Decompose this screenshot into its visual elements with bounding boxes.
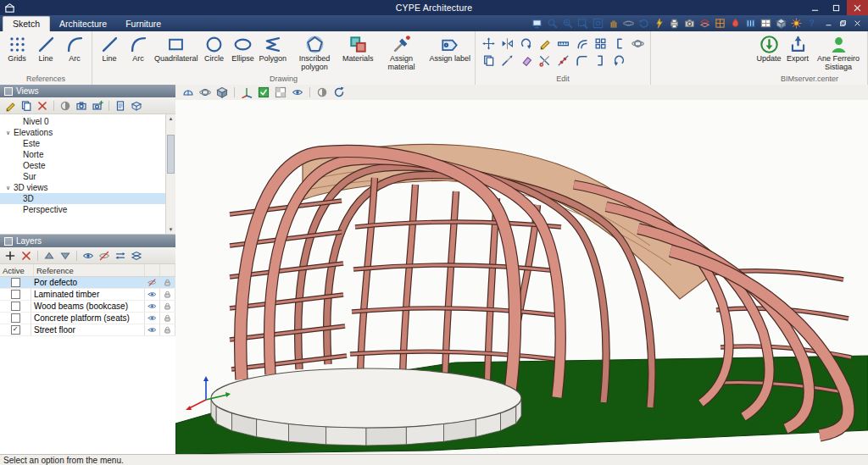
tree-expand-icon[interactable]: ∨ <box>4 185 12 191</box>
layer-lock[interactable] <box>163 302 172 311</box>
tri-up-icon[interactable] <box>42 248 57 263</box>
tree-item-este[interactable]: Este <box>0 138 165 149</box>
cube-icon[interactable] <box>214 86 230 100</box>
scroll-up-icon[interactable]: ▲ <box>169 114 174 123</box>
cube-icon[interactable] <box>774 17 787 30</box>
camera-icon[interactable] <box>74 98 89 113</box>
tree-item-3d-views[interactable]: ∨3D views <box>0 182 165 193</box>
close-button[interactable] <box>847 0 868 15</box>
edit-pencil-icon[interactable] <box>3 98 18 113</box>
tree-item-nivel-0[interactable]: Nivel 0 <box>0 116 165 127</box>
zoom-in-icon[interactable] <box>560 17 574 30</box>
views-tree-scrollbar[interactable]: ▲ ▼ <box>165 114 175 234</box>
shadow-icon[interactable] <box>58 98 73 113</box>
search-icon[interactable] <box>545 17 559 30</box>
eye-icon[interactable] <box>290 86 305 100</box>
minimize-small-icon[interactable] <box>821 17 835 30</box>
monitor-icon[interactable] <box>530 17 543 30</box>
ribbon-button-line[interactable]: Line <box>31 32 60 64</box>
refresh-icon[interactable] <box>331 86 347 100</box>
tree-item-sur[interactable]: Sur <box>0 171 165 182</box>
edit-trim-icon[interactable] <box>537 53 552 68</box>
grid-orange-icon[interactable] <box>713 17 726 30</box>
edit-orbit-icon[interactable] <box>630 36 645 51</box>
edit-move-icon[interactable] <box>481 36 496 51</box>
ribbon-button-quadrilateral[interactable]: Quadrilateral <box>153 32 200 64</box>
shadow-icon[interactable] <box>314 86 330 100</box>
layer-visibility-eye[interactable] <box>147 313 157 323</box>
tab-sketch[interactable]: Sketch <box>3 16 50 31</box>
tree-expand-icon[interactable]: ∨ <box>4 130 12 136</box>
ribbon-button-update[interactable]: Update <box>754 32 783 64</box>
scroll-down-icon[interactable]: ▼ <box>169 225 174 234</box>
window-split-icon[interactable] <box>759 17 772 30</box>
layer-visibility-eye[interactable] <box>147 290 157 299</box>
layer-visibility-eye[interactable] <box>147 325 157 335</box>
restore-small-icon[interactable] <box>836 17 849 30</box>
tree-item-perspective[interactable]: Perspective <box>0 204 165 215</box>
layers-red-icon[interactable] <box>698 17 711 30</box>
layer-lock[interactable] <box>163 313 172 323</box>
edit-rotate-icon[interactable] <box>518 36 533 51</box>
flame-icon[interactable] <box>728 17 742 30</box>
layer-row-concrete-platform-seats[interactable]: Concrete platform (seats) <box>0 313 175 324</box>
edit-measure-icon[interactable] <box>555 36 570 51</box>
ribbon-button-inscribed-polygon[interactable]: Inscribed polygon <box>288 32 341 72</box>
orbit-icon[interactable] <box>621 17 635 30</box>
ribbon-button-assign-label[interactable]: Assign label <box>428 32 473 64</box>
layer-lock[interactable] <box>163 278 172 287</box>
minimize-button[interactable] <box>804 0 826 15</box>
layer-active-checkbox[interactable] <box>11 290 20 299</box>
layer-active-checkbox[interactable] <box>11 302 20 311</box>
eye-off-icon[interactable] <box>97 248 112 263</box>
protractor-icon[interactable] <box>181 86 196 100</box>
layer-row-laminated-timber[interactable]: Laminated timber <box>0 289 175 301</box>
edit-erase-icon[interactable] <box>518 53 533 68</box>
ribbon-button-arc[interactable]: Arc <box>124 32 153 64</box>
axes-icon[interactable] <box>239 86 254 100</box>
sun-icon[interactable] <box>789 17 803 30</box>
tab-furniture[interactable]: Furniture <box>116 17 170 31</box>
green-ok-icon[interactable] <box>256 86 271 100</box>
texture-icon[interactable] <box>273 86 288 100</box>
ribbon-button-export[interactable]: Export <box>783 32 812 64</box>
close-small-icon[interactable] <box>850 17 864 30</box>
ribbon-button-ane-ferreiro-sistiaga[interactable]: Ane Ferreiro Sistiaga <box>812 32 865 72</box>
ribbon-button-grids[interactable]: Grids <box>3 32 31 64</box>
edit-fillet-icon[interactable] <box>574 53 589 68</box>
layer-lock[interactable] <box>163 325 172 335</box>
edit-mirror-icon[interactable] <box>499 36 515 51</box>
delete-red-icon[interactable] <box>19 248 34 263</box>
help-icon[interactable]: ? <box>804 17 818 30</box>
tree-item-oeste[interactable]: Oeste <box>0 160 165 171</box>
tab-architecture[interactable]: Architecture <box>50 17 116 31</box>
edit-divide-icon[interactable] <box>555 53 570 68</box>
layer-active-checkbox[interactable] <box>11 278 20 287</box>
ribbon-button-line[interactable]: Line <box>95 32 124 64</box>
tree-item-3d[interactable]: 3D <box>0 193 165 204</box>
ribbon-button-circle[interactable]: Circle <box>200 32 229 64</box>
copy-icon[interactable] <box>19 98 34 113</box>
layer-lock[interactable] <box>163 290 172 299</box>
scrollbar-thumb[interactable] <box>167 135 175 174</box>
columns-icon[interactable] <box>743 17 757 30</box>
edit-bracket-close-icon[interactable] <box>593 53 608 68</box>
sheet-iso-icon[interactable] <box>129 98 144 113</box>
zoom-window-icon[interactable] <box>576 17 589 30</box>
layer-row-street-floor[interactable]: ✓Street floor <box>0 324 175 336</box>
edit-copy-icon[interactable] <box>481 53 496 68</box>
zoom-all-icon[interactable] <box>591 17 604 30</box>
layer-visibility-eye-off[interactable] <box>147 278 157 287</box>
redraw-icon[interactable] <box>652 17 665 30</box>
ribbon-button-materials[interactable]: Materials <box>341 32 376 64</box>
camera-add-icon[interactable] <box>90 98 105 113</box>
eye-icon[interactable] <box>81 248 96 263</box>
layer-row-wood-beams-bookcase[interactable]: Wood beams (bookcase) <box>0 301 175 313</box>
print-icon[interactable] <box>667 17 681 30</box>
layer-active-checkbox[interactable]: ✓ <box>11 325 20 335</box>
delete-red-icon[interactable] <box>35 98 50 113</box>
orbit-icon[interactable] <box>198 86 213 100</box>
tri-down-icon[interactable] <box>58 248 73 263</box>
tree-item-elevations[interactable]: ∨Elevations <box>0 127 165 138</box>
plus-icon[interactable] <box>3 248 18 263</box>
